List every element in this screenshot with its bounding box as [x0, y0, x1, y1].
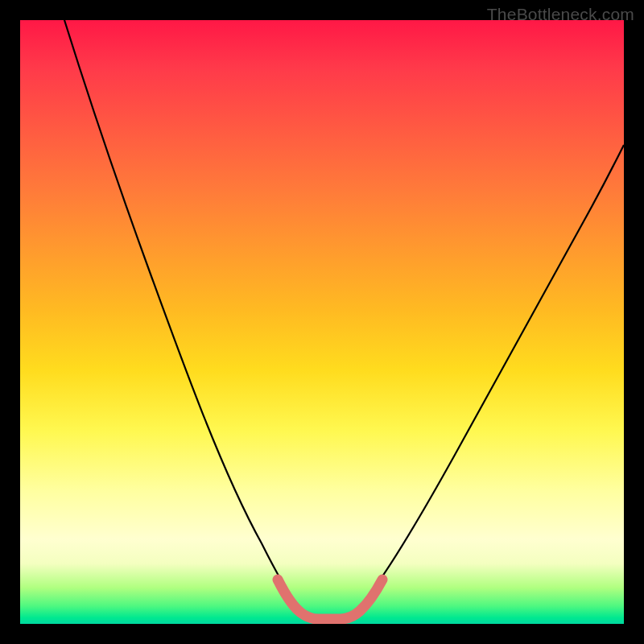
chart-svg: [20, 20, 624, 624]
main-curve-line: [64, 20, 624, 617]
bottleneck-gradient-chart: [20, 20, 624, 624]
watermark-text: TheBottleneck.com: [487, 5, 634, 24]
optimal-zone-highlight: [278, 580, 382, 619]
